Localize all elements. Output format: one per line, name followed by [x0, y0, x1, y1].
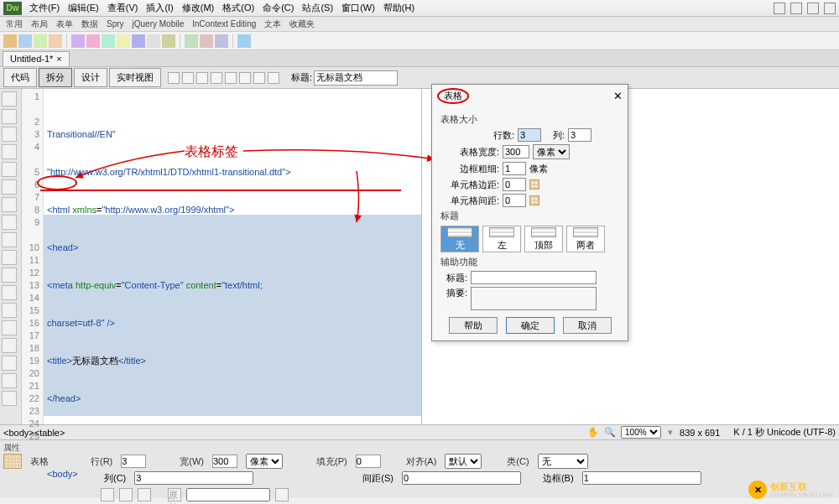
properties-header[interactable]: 属性 — [3, 442, 836, 454]
menu-window[interactable]: 窗口(W) — [337, 0, 379, 16]
balance-icon[interactable] — [2, 162, 17, 177]
refresh-icon[interactable] — [211, 72, 222, 84]
class-select[interactable]: 无 — [538, 454, 588, 469]
zoom-icon[interactable]: 🔍 — [604, 427, 616, 438]
cat-text[interactable]: 文本 — [262, 18, 284, 30]
width-unit-select[interactable]: 像素 — [533, 144, 570, 159]
cat-forms[interactable]: 表单 — [54, 18, 76, 30]
close-icon[interactable]: ✕ — [613, 90, 623, 102]
view-code-button[interactable]: 代码 — [3, 68, 37, 87]
space-input[interactable] — [402, 471, 521, 485]
summary-textarea[interactable] — [471, 287, 597, 310]
check-icon[interactable] — [268, 72, 279, 84]
layout-dropdown-icon[interactable] — [774, 3, 785, 14]
border-input[interactable] — [582, 471, 701, 485]
caption-both-button[interactable]: 两者 — [566, 226, 605, 252]
collapse-icon[interactable] — [2, 109, 17, 124]
open-doc-icon[interactable] — [2, 91, 17, 107]
highlight-icon[interactable] — [2, 197, 17, 212]
cat-favorites[interactable]: 收藏夹 — [287, 18, 317, 30]
visualaids-icon[interactable] — [239, 72, 251, 84]
indent-icon[interactable] — [2, 391, 17, 406]
line-numbers-icon[interactable] — [2, 179, 17, 195]
remove-comment-icon[interactable] — [2, 303, 17, 318]
cat-jquery[interactable]: jQuery Mobile — [130, 19, 187, 29]
cols-input[interactable] — [568, 128, 591, 142]
viewoptions-icon[interactable] — [225, 72, 237, 84]
syntax-icon[interactable] — [2, 215, 17, 230]
zoom-select[interactable]: 100% — [621, 426, 661, 439]
clear-col-widths-icon[interactable] — [101, 488, 114, 501]
table-width-input[interactable] — [503, 145, 529, 158]
pad-input[interactable] — [356, 455, 381, 468]
widget-icon[interactable] — [117, 34, 130, 48]
apply-comment-icon[interactable] — [2, 285, 17, 300]
extension-icon[interactable] — [807, 3, 819, 14]
recent-snip-icon[interactable] — [2, 338, 17, 353]
view-split-button[interactable]: 拆分 — [39, 68, 72, 87]
select-parent-icon[interactable] — [2, 144, 17, 159]
cat-common[interactable]: 常用 — [3, 18, 25, 30]
menu-help[interactable]: 帮助(H) — [379, 0, 419, 16]
search-icon[interactable] — [790, 3, 802, 14]
cancel-button[interactable]: 取消 — [563, 317, 612, 334]
email-link-icon[interactable] — [18, 34, 32, 48]
width-unit-select[interactable]: 像素 — [246, 454, 283, 469]
format-icon[interactable] — [2, 373, 17, 388]
media-icon[interactable] — [102, 34, 115, 48]
auto-indent-icon[interactable] — [2, 232, 17, 247]
head-icon[interactable] — [185, 34, 198, 48]
origin-input[interactable] — [186, 488, 270, 501]
hide-chars-icon[interactable] — [2, 268, 17, 283]
templates-icon[interactable] — [215, 34, 228, 48]
image-icon[interactable] — [86, 34, 100, 48]
code-editor[interactable]: 1234567891011121314151617181920212223242… — [22, 89, 421, 424]
comment-icon[interactable] — [162, 34, 175, 48]
align-select[interactable]: 默认 — [445, 454, 482, 469]
help-button[interactable]: 帮助 — [449, 317, 498, 334]
browser-icon[interactable] — [196, 72, 208, 84]
cat-layout[interactable]: 布局 — [29, 18, 50, 30]
menu-file[interactable]: 文件(F) — [25, 0, 64, 16]
menu-edit[interactable]: 编辑(E) — [64, 0, 103, 16]
menu-view[interactable]: 查看(V) — [103, 0, 143, 16]
menu-modify[interactable]: 修改(M) — [178, 0, 219, 16]
multiscreen-icon[interactable] — [182, 72, 194, 84]
ssi-icon[interactable] — [147, 34, 160, 48]
title-input[interactable] — [314, 70, 398, 86]
cat-incontext[interactable]: InContext Editing — [190, 19, 258, 29]
hyperlink-icon[interactable] — [3, 34, 17, 48]
caption-field-input[interactable] — [471, 271, 597, 284]
menu-command[interactable]: 命令(C) — [258, 0, 298, 16]
sync-icon[interactable] — [824, 3, 836, 14]
cat-data[interactable]: 数据 — [79, 18, 101, 30]
word-wrap-icon[interactable] — [2, 250, 17, 265]
move-css-icon[interactable] — [2, 356, 17, 371]
menu-site[interactable]: 站点(S) — [298, 0, 337, 16]
cellspace-input[interactable] — [503, 194, 526, 207]
code-content[interactable]: Transitional//EN" "http://www.w3.org/TR/… — [44, 89, 421, 424]
clear-row-heights-icon[interactable] — [119, 488, 133, 501]
border-input[interactable] — [503, 162, 526, 175]
expand-icon[interactable] — [2, 127, 17, 142]
validate-icon[interactable] — [253, 72, 265, 84]
caption-top-button[interactable]: 顶部 — [524, 226, 563, 252]
inspect-icon[interactable] — [168, 72, 180, 84]
view-live-button[interactable]: 实时视图 — [109, 68, 161, 87]
rows-input[interactable] — [518, 128, 541, 142]
document-tab[interactable]: Untitled-1* × — [3, 51, 70, 66]
menu-insert[interactable]: 插入(I) — [142, 0, 177, 16]
caption-none-button[interactable]: 无 — [440, 226, 479, 252]
table-icon[interactable] — [49, 34, 62, 48]
rows-input[interactable] — [121, 455, 146, 468]
wrap-tag-icon[interactable] — [2, 320, 17, 335]
convert-px-icon[interactable] — [138, 488, 151, 501]
browse-icon[interactable] — [275, 488, 289, 501]
close-icon[interactable]: × — [56, 54, 61, 64]
script-icon[interactable] — [200, 34, 213, 48]
cat-spry[interactable]: Spry — [104, 19, 127, 29]
date-icon[interactable] — [132, 34, 145, 48]
div-icon[interactable] — [71, 34, 85, 48]
ok-button[interactable]: 确定 — [506, 317, 555, 334]
caption-left-button[interactable]: 左 — [482, 226, 521, 252]
